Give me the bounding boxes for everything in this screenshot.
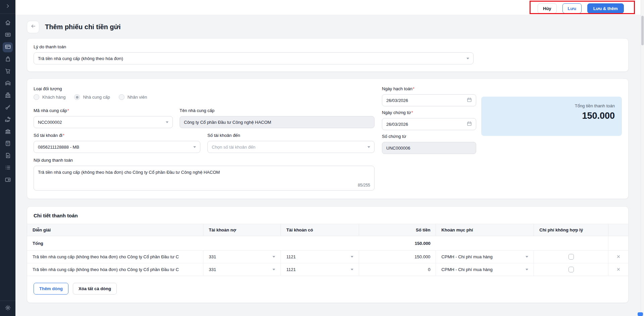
posting-date-input[interactable]: 26/03/2026 [382, 94, 476, 106]
account-from-field: Số tài khoản đi* 0856211128888 - MB [34, 133, 200, 153]
info-left-column: Loại đối tượng Khách hàng Nhà cung cấp [34, 86, 375, 191]
cancel-button[interactable]: Hủy [538, 3, 557, 13]
shopping-bag-icon [5, 56, 11, 63]
row-credit-value: 1121 [286, 267, 296, 272]
row-debit-select[interactable]: 331 [209, 267, 275, 272]
supplier-code-field: Mã nhà cung cấp* NCC000002 [34, 108, 173, 128]
sidebar-item-categories[interactable] [3, 163, 13, 173]
sidebar-item-bank-active[interactable] [3, 42, 13, 52]
sidebar-item-home[interactable] [3, 18, 13, 28]
chevron-right-icon [5, 3, 10, 10]
delete-all-rows-button[interactable]: Xóa tất cả dòng [73, 283, 117, 295]
topbar: Hủy Lưu Lưu & thêm [15, 0, 644, 15]
sidebar-settings[interactable] [0, 301, 15, 316]
required-mark: * [413, 86, 414, 91]
sidebar-expand-button[interactable] [0, 0, 15, 14]
supplier-name-label: Tên nhà cung cấp [180, 108, 375, 113]
table-row: Trả tiền nhà cung cấp (không theo hóa đơ… [27, 251, 628, 263]
row-description: Trả tiền nhà cung cấp (không theo hóa đơ… [27, 251, 203, 263]
chevron-down-icon [193, 146, 196, 148]
document-date-input[interactable]: 26/03/2026 [382, 118, 476, 130]
header-credit: Tài khoản có [281, 224, 359, 236]
invalid-expense-checkbox[interactable] [568, 254, 574, 260]
vertical-scrollbar[interactable] [641, 0, 644, 316]
sidebar-item-company[interactable] [3, 91, 13, 101]
delete-row-button[interactable]: × [608, 251, 628, 263]
sidebar-item-invoices[interactable]: $ [3, 139, 13, 149]
row-amount[interactable]: 150.000 [359, 251, 436, 263]
object-type-label: Loại đối tượng [34, 86, 375, 91]
payment-content-label: Nội dung thanh toán [34, 158, 375, 163]
posting-date-field: Ngày hạch toán* 26/03/2026 [382, 86, 476, 106]
row-credit-select[interactable]: 1121 [286, 267, 353, 272]
row-fee-select[interactable]: CPMH - Chi phí mua hàng [441, 267, 528, 272]
total-amount-panel: Tổng tiền thanh toán 150.000 [481, 97, 622, 136]
gear-icon [5, 305, 11, 312]
total-amount-value: 150.000 [488, 111, 615, 121]
save-and-add-button[interactable]: Lưu & thêm [587, 3, 624, 13]
account-to-select[interactable]: Chọn số tài khoản đến [207, 141, 375, 153]
info-right-column: Ngày hạch toán* 26/03/2026 Ngày chứng từ… [382, 86, 622, 191]
document-number-input: UNC000006 [382, 142, 476, 154]
sidebar-item-sales[interactable] [3, 54, 13, 64]
row-credit-select[interactable]: 1121 [286, 254, 353, 259]
sidebar-item-loans[interactable] [3, 115, 13, 125]
account-from-select[interactable]: 0856211128888 - MB [34, 141, 200, 153]
sidebar-item-warehouse[interactable] [3, 78, 13, 89]
payment-content-textarea[interactable]: Trả tiền nhà cung cấp (không theo hóa đơ… [34, 166, 375, 191]
row-amount[interactable]: 0 [359, 263, 436, 276]
chevron-down-icon [166, 121, 168, 123]
document-date-label: Ngày chứng từ* [382, 110, 476, 115]
radio-customer[interactable]: Khách hàng [34, 94, 65, 100]
scrollbar-thumb[interactable] [641, 16, 644, 45]
required-mark: * [67, 108, 69, 113]
wallet-icon [5, 176, 11, 184]
row-fee-select[interactable]: CPMH - Chi phí mua hàng [441, 254, 528, 259]
calendar-icon [467, 121, 472, 127]
info-card: Loại đối tượng Khách hàng Nhà cung cấp [27, 78, 629, 199]
required-mark: * [63, 133, 64, 138]
sidebar-item-documents[interactable] [3, 151, 13, 161]
account-from-value: 0856211128888 - MB [38, 145, 79, 150]
radio-customer-label: Khách hàng [42, 95, 65, 100]
svg-text:$: $ [7, 143, 8, 145]
account-to-placeholder: Chọn số tài khoản đến [212, 145, 255, 150]
radio-employee-label: Nhân viên [128, 95, 147, 100]
document-number-field: Số chứng từ UNC000006 [382, 134, 476, 154]
row-debit-value: 331 [209, 254, 216, 259]
row-description: Trả tiền nhà cung cấp (không theo hóa đơ… [27, 263, 203, 276]
document-date-field: Ngày chứng từ* 26/03/2026 [382, 110, 476, 130]
delete-row-button[interactable]: × [608, 263, 628, 276]
supplier-name-input: Công ty Cổ phần Đầu tư Công nghệ HACOM [180, 116, 375, 128]
bank-icon [5, 128, 11, 136]
sidebar-item-cashier[interactable] [3, 30, 13, 40]
table-total-row: Tổng 150.000 [27, 236, 628, 251]
header-invalid-expense: Chi phí không hợp lý [534, 224, 608, 236]
sidebar-item-purchase[interactable] [3, 66, 13, 76]
reason-select[interactable]: Trả tiền nhà cung cấp (không theo hóa đơ… [34, 52, 474, 64]
sidebar-item-tools[interactable] [3, 103, 13, 113]
back-button[interactable] [27, 21, 39, 33]
radio-supplier[interactable]: Nhà cung cấp [74, 94, 110, 100]
account-to-field: Số tài khoản đến Chọn số tài khoản đến [207, 133, 375, 153]
add-row-button[interactable]: Thêm dòng [34, 283, 68, 295]
save-button[interactable]: Lưu [562, 3, 582, 13]
object-type-radios: Khách hàng Nhà cung cấp Nhân viên [34, 94, 375, 100]
supplier-name-value: Công ty Cổ phần Đầu tư Công nghệ HACOM [184, 120, 271, 125]
row-debit-select[interactable]: 331 [209, 254, 275, 259]
table-row: Trả tiền nhà cung cấp (không theo hóa đơ… [27, 263, 628, 276]
supplier-code-select[interactable]: NCC000002 [34, 116, 173, 128]
invalid-expense-checkbox[interactable] [568, 267, 574, 272]
sidebar-item-wallet[interactable] [3, 175, 13, 185]
chevron-down-icon [351, 256, 353, 258]
sidebar-item-bank-accounts[interactable] [3, 127, 13, 137]
reason-card: Lý do thanh toán Trả tiền nhà cung cấp (… [27, 38, 629, 72]
header-actions [608, 224, 628, 236]
radio-employee[interactable]: Nhân viên [119, 94, 147, 100]
reason-label: Lý do thanh toán [34, 44, 622, 49]
document-date-value: 26/03/2026 [386, 122, 408, 127]
floating-widget-edge[interactable] [638, 312, 643, 316]
credit-card-icon [5, 44, 11, 51]
key-icon [5, 104, 11, 112]
radio-supplier-label: Nhà cung cấp [83, 95, 110, 100]
